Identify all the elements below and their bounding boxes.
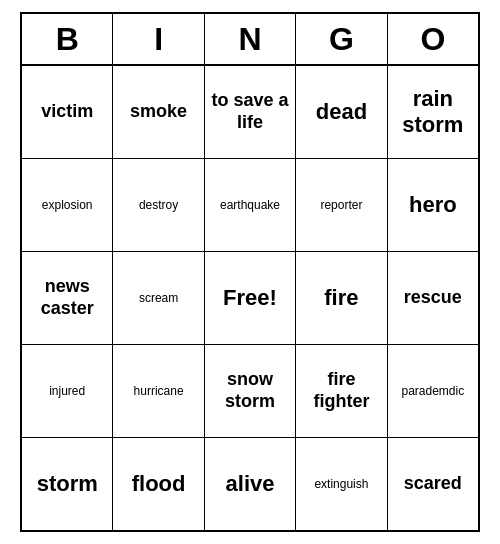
header-letter: N [205, 14, 296, 64]
grid-cell: rescue [388, 252, 478, 344]
bingo-grid: victimsmoketo save a lifedeadrain storme… [22, 66, 478, 530]
grid-cell: destroy [113, 159, 204, 251]
header-letter: I [113, 14, 204, 64]
grid-cell: parademdic [388, 345, 478, 437]
grid-cell: fire fighter [296, 345, 387, 437]
grid-cell: dead [296, 66, 387, 158]
header-row: BINGO [22, 14, 478, 66]
grid-cell: injured [22, 345, 113, 437]
grid-cell: rain storm [388, 66, 478, 158]
grid-cell: flood [113, 438, 204, 530]
grid-cell: storm [22, 438, 113, 530]
grid-cell: earthquake [205, 159, 296, 251]
grid-cell: snow storm [205, 345, 296, 437]
grid-cell: hurricane [113, 345, 204, 437]
header-letter: B [22, 14, 113, 64]
grid-cell: smoke [113, 66, 204, 158]
grid-row: explosiondestroyearthquakereporterhero [22, 159, 478, 252]
grid-cell: news caster [22, 252, 113, 344]
grid-cell: reporter [296, 159, 387, 251]
grid-cell: explosion [22, 159, 113, 251]
grid-cell: scream [113, 252, 204, 344]
grid-cell: extinguish [296, 438, 387, 530]
grid-cell: scared [388, 438, 478, 530]
grid-cell: alive [205, 438, 296, 530]
bingo-card: BINGO victimsmoketo save a lifedeadrain … [20, 12, 480, 532]
grid-row: injuredhurricanesnow stormfire fighterpa… [22, 345, 478, 438]
grid-row: victimsmoketo save a lifedeadrain storm [22, 66, 478, 159]
grid-row: stormfloodaliveextinguishscared [22, 438, 478, 530]
grid-cell: hero [388, 159, 478, 251]
grid-cell: victim [22, 66, 113, 158]
grid-row: news casterscreamFree!firerescue [22, 252, 478, 345]
header-letter: G [296, 14, 387, 64]
grid-cell: to save a life [205, 66, 296, 158]
grid-cell: Free! [205, 252, 296, 344]
grid-cell: fire [296, 252, 387, 344]
header-letter: O [388, 14, 478, 64]
